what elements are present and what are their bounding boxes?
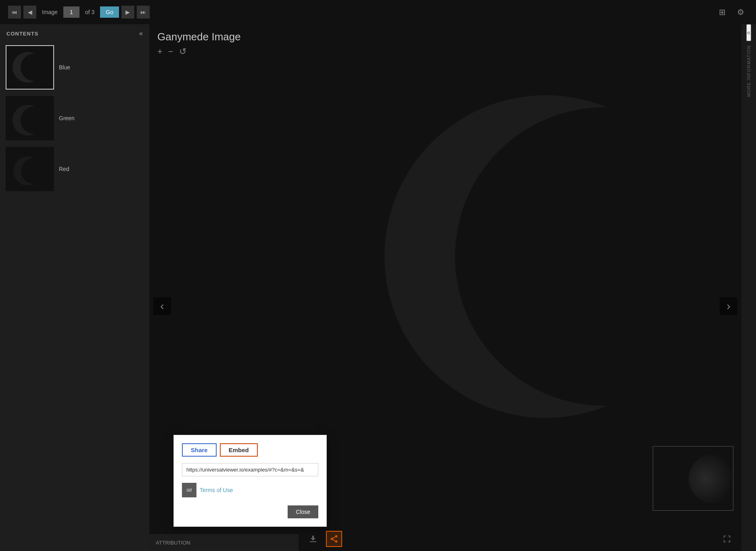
list-item[interactable]: Blue <box>4 43 145 92</box>
mini-moon-shape <box>689 455 733 503</box>
sidebar-header: CONTENTS « <box>0 24 149 43</box>
green-thumb-svg <box>8 98 52 138</box>
share-icon <box>330 534 338 543</box>
thumbnail-blue <box>6 45 54 90</box>
blue-label: Blue <box>59 64 70 71</box>
main-moon-svg <box>374 85 717 428</box>
image-label: Image <box>42 9 58 15</box>
red-thumb-svg <box>8 149 52 189</box>
svg-point-11 <box>335 535 338 538</box>
mini-thumbnail <box>653 446 733 511</box>
viewer-title: Ganymede Image <box>157 31 733 43</box>
list-item[interactable]: Red <box>4 144 145 194</box>
next-page-button[interactable]: ▶ <box>121 6 134 19</box>
grid-view-button[interactable]: ⊞ <box>715 5 729 19</box>
svg-line-14 <box>333 539 335 541</box>
download-icon <box>308 534 318 544</box>
last-page-button[interactable]: ⏭ <box>137 6 150 19</box>
thumbnail-green <box>6 96 54 140</box>
rotate-button[interactable]: ↺ <box>179 46 186 57</box>
settings-button[interactable]: ⚙ <box>733 5 748 19</box>
right-panel: « MORE INFORMATION <box>741 24 756 551</box>
right-panel-collapse-button[interactable]: « <box>746 24 752 41</box>
thumbnail-red <box>6 147 54 191</box>
download-button[interactable] <box>305 531 321 547</box>
share-url-input[interactable] <box>182 463 318 476</box>
svg-line-15 <box>333 537 335 538</box>
fullscreen-button[interactable] <box>719 531 735 547</box>
zoom-in-button[interactable]: + <box>157 46 163 57</box>
dialog-terms: iiif Terms of Use <box>182 483 318 497</box>
svg-point-12 <box>331 538 333 540</box>
blue-thumb-svg <box>8 47 52 88</box>
sidebar: CONTENTS « Blue <box>0 24 149 551</box>
image-number-input[interactable] <box>63 6 79 18</box>
green-label: Green <box>59 115 75 121</box>
iiif-logo-text: iiif <box>187 488 192 493</box>
embed-tab-button[interactable]: Embed <box>220 443 258 457</box>
top-right-icons: ⊞ ⚙ <box>715 5 748 19</box>
content-area: Ganymede Image + − ↺ ‹ › ATTRIB <box>149 24 741 551</box>
thumb-canvas <box>8 149 52 189</box>
attribution-label: ATTRIBUTION <box>156 540 190 546</box>
prev-page-button[interactable]: ◀ <box>23 6 36 19</box>
red-label: Red <box>59 166 69 172</box>
main-layout: CONTENTS « Blue <box>0 24 756 551</box>
viewer-header: Ganymede Image + − ↺ <box>149 24 741 61</box>
list-item[interactable]: Green <box>4 94 145 143</box>
first-page-button[interactable]: ⏮ <box>8 6 21 19</box>
zoom-out-button[interactable]: − <box>168 46 173 57</box>
go-button[interactable]: Go <box>100 6 119 18</box>
nav-controls: ⏮ ◀ Image of 3 Go ▶ ⏭ <box>8 6 150 19</box>
content-list: Blue Green <box>0 43 149 194</box>
share-button[interactable] <box>326 531 342 547</box>
sidebar-collapse-button[interactable]: « <box>139 30 143 37</box>
dialog-close-button[interactable]: Close <box>288 505 318 518</box>
bottom-toolbar <box>299 527 741 551</box>
iiif-logo: iiif <box>182 483 196 497</box>
fullscreen-icon <box>723 534 731 543</box>
thumb-canvas <box>8 47 52 88</box>
svg-point-2 <box>21 54 48 81</box>
total-images-label: of 3 <box>85 9 94 15</box>
more-information-label[interactable]: MORE INFORMATION <box>746 45 751 97</box>
share-embed-dialog: Share Embed iiif Terms of Use Close <box>173 435 327 527</box>
share-tab-button[interactable]: Share <box>182 443 217 457</box>
svg-point-5 <box>21 106 48 134</box>
viewer-tools: + − ↺ <box>157 46 733 57</box>
thumb-canvas <box>8 98 52 138</box>
prev-image-button[interactable]: ‹ <box>153 297 171 315</box>
sidebar-title: CONTENTS <box>6 31 39 37</box>
terms-of-use-link[interactable]: Terms of Use <box>200 487 233 493</box>
dialog-tabs: Share Embed <box>182 443 318 457</box>
top-bar: ⏮ ◀ Image of 3 Go ▶ ⏭ ⊞ ⚙ <box>0 0 756 24</box>
next-image-button[interactable]: › <box>720 297 737 315</box>
svg-point-13 <box>335 541 338 543</box>
svg-point-8 <box>21 158 47 184</box>
